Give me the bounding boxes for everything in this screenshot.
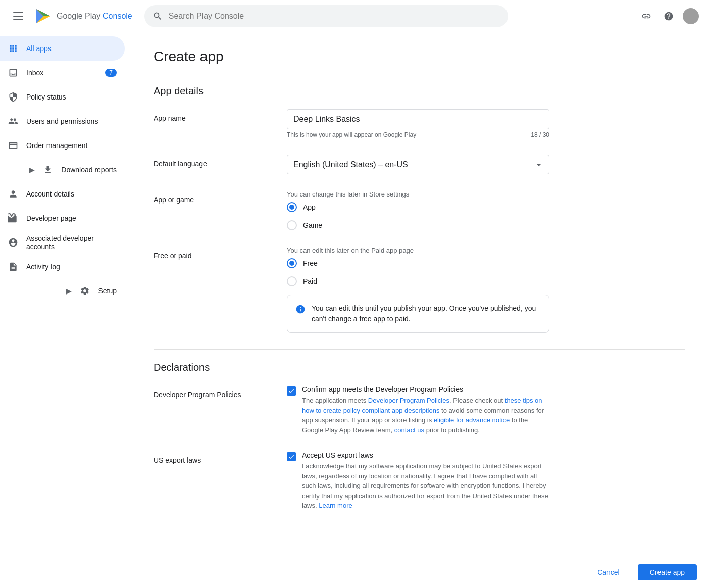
declarations-section-title: Declarations [154,362,685,373]
default-language-row: Default language English (United States)… [154,155,685,174]
free-or-paid-label: Free or paid [154,247,275,260]
app-or-game-field: You can change this later in Store setti… [287,190,549,230]
sidebar-label-setup: Setup [98,287,117,295]
search-bar[interactable] [144,5,508,27]
radio-circle-app [287,202,297,212]
developer-program-policies-row: Developer Program Policies Confirm app m… [154,385,685,435]
desc-text-2: . Please check out [449,397,505,404]
us-export-laws-checkbox-desc: I acknowledge that my software applicati… [302,461,549,511]
desc-text-1: The application meets [302,397,368,404]
help-icon-button[interactable] [659,6,679,26]
cancel-button[interactable]: Cancel [585,564,632,580]
desc-text-5: prior to publishing. [424,426,480,434]
sidebar-label-order-management: Order management [26,141,87,150]
sidebar-item-setup[interactable]: ▶ Setup [0,279,125,303]
app-name-label: App name [154,109,275,122]
app-details-section-title: App details [154,85,685,97]
footer: Cancel Create app [0,556,709,588]
grid-icon [8,43,18,54]
credit-card-icon [8,140,18,151]
main-content: Create app App details App name This is … [129,32,709,556]
sidebar-item-policy-status[interactable]: Policy status [0,85,125,109]
menu-button[interactable] [8,6,28,26]
developer-program-policies-checkbox-row: Confirm app meets the Developer Program … [287,385,549,435]
radio-circle-free [287,258,297,268]
app-name-field: This is how your app will appear on Goog… [287,109,549,138]
sidebar-label-download-reports: Download reports [61,166,117,174]
app-name-row: App name This is how your app will appea… [154,109,685,138]
default-language-select[interactable]: English (United States) – en-US [287,155,549,174]
app-name-hint-row: This is how your app will appear on Goog… [287,131,549,138]
declarations-divider [154,349,685,350]
us-export-laws-checkbox-title: Accept US export laws [302,451,549,459]
us-export-laws-checkbox[interactable] [287,452,296,461]
free-paid-info-box: You can edit this until you publish your… [287,295,549,333]
sidebar-item-developer-page[interactable]: Developer page [0,206,125,230]
sidebar-item-activity-log[interactable]: Activity log [0,255,125,279]
learn-more-link[interactable]: Learn more [319,502,352,509]
inbox-icon [8,68,18,78]
sidebar-item-order-management[interactable]: Order management [0,133,125,158]
help-icon [664,11,674,21]
document-icon [8,262,18,272]
user-avatar [683,8,699,24]
eligible-link[interactable]: eligible for advance notice [434,416,510,424]
sidebar-item-associated-accounts[interactable]: Associated developer accounts [0,230,125,255]
radio-option-game[interactable]: Game [287,220,549,230]
topbar-actions [636,6,701,26]
radio-circle-paid [287,276,297,286]
radio-label-paid: Paid [303,277,317,285]
gear-icon [80,286,90,296]
people-icon [8,116,18,126]
developer-program-policies-checkbox-desc: The application meets Developer Program … [302,396,549,435]
info-icon [295,304,306,314]
developer-program-policies-label: Developer Program Policies [154,385,275,399]
search-input[interactable] [169,12,500,21]
us-export-laws-text: Accept US export laws I acknowledge that… [302,451,549,511]
avatar-button[interactable] [681,6,701,26]
default-language-field: English (United States) – en-US [287,155,549,174]
hamburger-icon [13,12,23,20]
developer-program-policies-checkbox-title: Confirm app meets the Developer Program … [302,385,549,394]
logo-area: Google Play Console [34,7,132,25]
radio-option-free[interactable]: Free [287,258,549,268]
sidebar-item-account-details[interactable]: Account details [0,182,125,206]
us-export-laws-checkbox-row: Accept US export laws I acknowledge that… [287,451,549,511]
contact-link[interactable]: contact us [394,426,424,434]
sidebar-label-policy-status: Policy status [26,93,66,101]
sidebar-label-users-permissions: Users and permissions [26,117,98,125]
developer-program-policies-checkbox[interactable] [287,386,296,396]
radio-option-paid[interactable]: Paid [287,276,549,286]
sidebar-item-download-reports[interactable]: ▶ Download reports [0,158,125,182]
search-icon [153,11,163,21]
free-or-paid-hint: You can edit this later on the Paid app … [287,247,549,254]
page-title: Create app [154,48,685,65]
developer-program-policies-text: Confirm app meets the Developer Program … [302,385,549,435]
google-play-logo-icon [34,7,53,25]
create-app-button[interactable]: Create app [638,564,697,580]
radio-option-app[interactable]: App [287,202,549,212]
checkmark-icon-2 [288,453,295,460]
sidebar-item-users-permissions[interactable]: Users and permissions [0,109,125,133]
radio-label-app: App [303,203,316,211]
sidebar-item-inbox[interactable]: Inbox 7 [0,61,125,85]
topbar: Google Play Console [0,0,709,32]
link-icon [641,11,651,21]
developer-program-policies-link[interactable]: Developer Program Policies [368,397,449,404]
expand-icon-download: ▶ [29,166,35,174]
inbox-badge: 7 [105,69,117,77]
circle-person-icon [8,237,18,248]
app-name-input[interactable] [287,109,549,129]
checkmark-icon [288,387,295,395]
sidebar-label-all-apps: All apps [26,44,52,53]
free-or-paid-field: You can edit this later on the Paid app … [287,247,549,333]
app-or-game-row: App or game You can change this later in… [154,190,685,230]
link-icon-button[interactable] [636,6,656,26]
radio-label-free: Free [303,259,318,267]
sidebar-item-all-apps[interactable]: All apps [0,36,125,61]
sidebar-label-inbox: Inbox [26,69,43,77]
app-or-game-radio-group: App Game [287,202,549,230]
free-paid-info-text: You can edit this until you publish your… [312,303,541,324]
us-export-laws-field: Accept US export laws I acknowledge that… [287,451,549,511]
default-language-label: Default language [154,155,275,168]
